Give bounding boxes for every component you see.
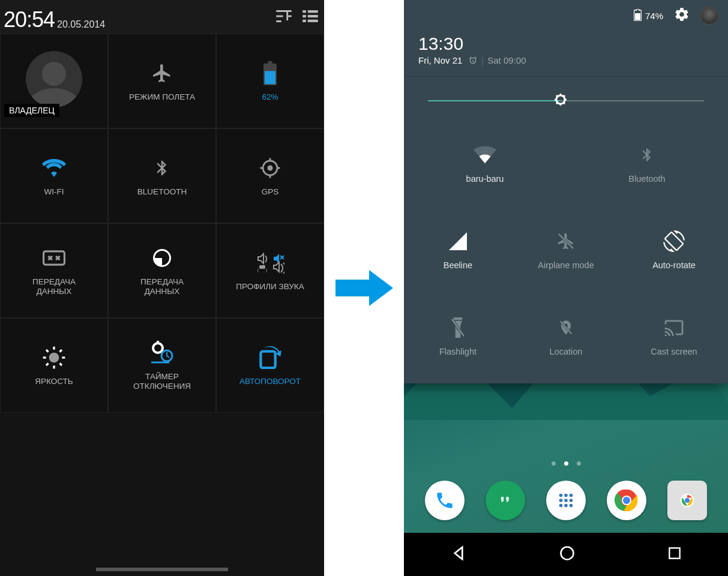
transition-arrow	[324, 0, 404, 576]
flashlight-icon	[450, 317, 466, 338]
alarm-indicator[interactable]: | Sat 09:00	[468, 55, 526, 65]
qtile-airplane[interactable]: Airplane mode	[512, 217, 620, 284]
battery-pct: 74%	[645, 11, 663, 21]
phone-left: 20:54 20.05.2014 ВЛАДЕЛЕЦ Р	[0, 0, 324, 576]
brightness-row	[404, 76, 728, 124]
signal-icon	[449, 230, 467, 252]
svg-rect-11	[259, 265, 265, 269]
brightness-slider[interactable]	[428, 100, 704, 101]
date-left: 20.05.2014	[57, 19, 105, 32]
svg-rect-2	[302, 15, 306, 17]
status-bar-left: 20:54 20.05.2014	[0, 0, 324, 34]
app-hangouts[interactable]	[486, 481, 525, 520]
clock-right: 13:30	[418, 34, 714, 54]
svg-point-50	[561, 547, 574, 560]
tile-label: Location	[550, 347, 583, 356]
tile-profile[interactable]: ВЛАДЕЛЕЦ	[0, 34, 108, 128]
svg-point-22	[154, 344, 161, 352]
page-indicator	[404, 461, 728, 466]
svg-rect-23	[157, 341, 159, 343]
brightness-icon	[42, 344, 66, 371]
svg-point-37	[564, 494, 568, 497]
timer-icon	[149, 340, 175, 366]
tile-gps[interactable]: GPS	[216, 128, 324, 223]
tile-battery[interactable]: 62%	[216, 34, 324, 128]
qtile-location[interactable]: Location	[512, 303, 620, 370]
app-phone[interactable]	[425, 481, 465, 520]
dock	[404, 472, 728, 529]
tile-label: ТАЙМЕР ОТКЛЮЧЕНИЯ	[133, 372, 191, 391]
tile-label: GPS	[262, 187, 279, 197]
gps-icon	[259, 155, 281, 181]
svg-line-17	[46, 350, 49, 352]
svg-point-49	[685, 498, 690, 503]
tile-timer[interactable]: ТАЙМЕР ОТКЛЮЧЕНИЯ	[108, 318, 216, 413]
qs-grid-left: ВЛАДЕЛЕЦ РЕЖИМ ПОЛЕТА 62% WI-FI	[0, 34, 324, 413]
qtile-signal[interactable]: Beeline	[404, 217, 512, 284]
app-chrome[interactable]	[607, 481, 646, 520]
handle-bar[interactable]	[96, 568, 228, 571]
avatar-placeholder-icon	[26, 51, 82, 107]
qtile-bluetooth[interactable]: Bluetooth	[566, 130, 728, 197]
homescreen-blur	[0, 413, 324, 576]
tile-bluetooth[interactable]: BLUETOOTH	[108, 128, 216, 223]
svg-rect-29	[635, 13, 640, 20]
cast-icon	[664, 317, 684, 338]
svg-point-47	[623, 497, 630, 504]
svg-rect-5	[308, 20, 318, 22]
tile-wifi[interactable]: WI-FI	[0, 128, 108, 223]
svg-point-36	[559, 494, 563, 497]
owner-label: ВЛАДЕЛЕЦ	[4, 104, 59, 117]
svg-point-40	[564, 499, 568, 502]
battery-icon	[263, 60, 277, 86]
nav-recent[interactable]	[667, 545, 682, 563]
autorotate-icon	[663, 230, 685, 252]
app-camera[interactable]	[667, 481, 707, 520]
svg-rect-6	[265, 71, 275, 84]
settings-icon[interactable]	[674, 7, 690, 25]
svg-point-38	[570, 494, 573, 497]
svg-line-18	[60, 363, 62, 365]
tile-label: Cast screen	[651, 347, 697, 356]
phone-right: 74% 13:30 Fri, Nov 21 | Sat 09:00	[404, 0, 728, 576]
tile-label: Airplane mode	[538, 260, 594, 270]
location-off-icon	[558, 317, 574, 338]
svg-point-42	[559, 504, 563, 508]
qtile-autorotate[interactable]: Auto-rotate	[620, 217, 728, 284]
wifi-icon	[42, 155, 66, 181]
qs-row-3: Flashlight Location Cast screen	[404, 297, 728, 383]
tile-label: РЕЖИМ ПОЛЕТА	[129, 92, 195, 102]
date-right: Fri, Nov 21	[418, 55, 462, 65]
list-icon[interactable]	[300, 6, 320, 29]
tile-brightness[interactable]: ЯРКОСТЬ	[0, 318, 108, 413]
nav-home[interactable]	[559, 545, 576, 564]
tile-data-1[interactable]: ПЕРЕДАЧА ДАННЫХ	[0, 223, 108, 318]
tile-label: Beeline	[444, 260, 472, 270]
qtile-flashlight[interactable]: Flashlight	[404, 303, 512, 370]
tile-label: ПЕРЕДАЧА ДАННЫХ	[140, 277, 184, 296]
wifi-icon	[474, 144, 496, 166]
tile-label: baru-baru	[466, 174, 504, 184]
qtile-cast[interactable]: Cast screen	[620, 303, 728, 370]
svg-line-20	[60, 350, 62, 352]
user-avatar[interactable]	[700, 7, 718, 25]
bluetooth-icon	[153, 155, 171, 181]
qs-row-1: baru-baru Bluetooth	[404, 124, 728, 211]
qtile-wifi[interactable]: baru-baru	[404, 130, 566, 197]
svg-rect-3	[308, 15, 318, 17]
tile-label: ПЕРЕДАЧА ДАННЫХ	[32, 277, 76, 296]
svg-rect-51	[669, 548, 679, 558]
tile-sound-profiles[interactable]: ПРОФИЛИ ЗВУКА	[216, 223, 324, 318]
bluetooth-icon	[639, 144, 655, 166]
svg-rect-1	[308, 10, 318, 13]
app-drawer[interactable]	[546, 481, 586, 520]
equalizer-icon[interactable]	[274, 6, 294, 29]
svg-rect-26	[260, 352, 275, 368]
nav-back[interactable]	[450, 544, 468, 565]
tile-data-2[interactable]: ПЕРЕДАЧА ДАННЫХ	[108, 223, 216, 318]
tile-autorotate[interactable]: АВТОПОВОРОТ	[216, 318, 324, 413]
svg-point-41	[570, 499, 573, 502]
svg-point-12	[49, 353, 59, 363]
tile-airplane[interactable]: РЕЖИМ ПОЛЕТА	[108, 34, 216, 128]
tile-label: Flashlight	[439, 347, 477, 356]
